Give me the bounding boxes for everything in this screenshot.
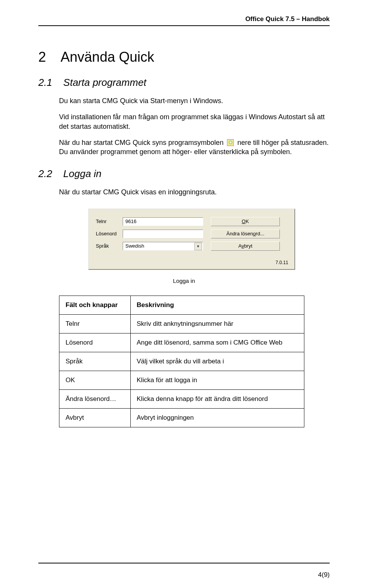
table-row: Telnr Skriv ditt anknytningsnummer här (59, 314, 304, 333)
table-cell: Klicka denna knapp för att ändra ditt lö… (130, 389, 304, 408)
paragraph: När du startar CMG Quick visas en inlogg… (59, 187, 330, 197)
table-cell: Klicka för att logga in (130, 371, 304, 389)
button-change-pre: Ändra lösen (226, 231, 253, 237)
section-2-1-heading: 2.1 Starta programmet (38, 77, 330, 89)
select-sprak[interactable]: Swedish (123, 242, 203, 250)
label-losenord: Lösenord (96, 231, 123, 237)
login-dialog: Telnr 9616 OK Lösenord Ändra lösenord...… (88, 209, 295, 270)
login-row-losenord: Lösenord Ändra lösenord... (96, 229, 289, 238)
button-ok-text: K (246, 218, 249, 224)
table-cell: Lösenord (59, 333, 131, 352)
login-row-sprak: Språk Swedish Avbryt (96, 241, 289, 251)
section-2-2-heading: 2.2 Logga in (38, 168, 330, 180)
table-cell: OK (59, 371, 131, 389)
button-cancel-post: bryt (244, 243, 253, 249)
section-title: Starta programmet (63, 77, 146, 88)
table-cell: Avbryt (59, 408, 131, 427)
paragraph-text: När du har startat CMG Quick syns progra… (59, 139, 225, 146)
login-row-telnr: Telnr 9616 OK (96, 217, 289, 226)
table-cell: Ange ditt lösenord, samma som i CMG Offi… (130, 333, 304, 352)
table-row: Språk Välj vilket språk du vill arbeta i (59, 352, 304, 371)
paragraph: När du har startat CMG Quick syns progra… (59, 138, 330, 157)
table-row: Avbryt Avbryt inloggningen (59, 408, 304, 427)
chapter-title: Använda Quick (61, 49, 154, 65)
button-ok[interactable]: OK (211, 217, 280, 226)
button-cancel-pre: A (238, 243, 242, 249)
table-cell: Ändra lösenord… (59, 389, 131, 408)
version-label: 7.0.11 (276, 260, 288, 265)
page: Office Quick 7.5 – Handbok 2 Använda Qui… (0, 0, 368, 588)
label-sprak: Språk (96, 243, 123, 249)
button-ok-underline: O (242, 218, 246, 224)
table-cell: Telnr (59, 314, 131, 333)
figure-caption: Logga in (38, 278, 330, 284)
table-row: Ändra lösenord… Klicka denna knapp för a… (59, 389, 304, 408)
table-header-row: Fält och knappar Beskrivning (59, 296, 304, 314)
paragraph: Vid installationen får man frågan om pro… (59, 112, 330, 131)
button-change-post: rd... (256, 231, 264, 237)
section-number: 2.2 (38, 168, 52, 179)
login-screenshot: Telnr 9616 OK Lösenord Ändra lösenord...… (88, 209, 330, 270)
chapter-heading: 2 Använda Quick (38, 49, 330, 65)
table-cell: Välj vilket språk du vill arbeta i (130, 352, 304, 371)
chapter-number: 2 (38, 49, 46, 65)
table-cell: Språk (59, 352, 131, 371)
header-title: Office Quick 7.5 – Handbok (38, 15, 330, 23)
input-telnr[interactable]: 9616 (123, 217, 203, 226)
label-telnr: Telnr (96, 218, 123, 224)
table-cell: Skriv ditt anknytningsnummer här (130, 314, 304, 333)
page-number: 4(9) (318, 571, 330, 579)
table-cell: Avbryt inloggningen (130, 408, 304, 427)
button-change-password[interactable]: Ändra lösenord... (211, 229, 280, 238)
footer-rule (38, 563, 330, 563)
fields-table: Fält och knappar Beskrivning Telnr Skriv… (59, 296, 304, 427)
header-rule (38, 25, 330, 26)
section-title: Logga in (63, 168, 102, 179)
button-cancel[interactable]: Avbryt (211, 241, 280, 251)
input-losenord[interactable] (123, 230, 203, 238)
tray-icon (227, 139, 234, 146)
table-header: Fält och knappar (59, 296, 131, 314)
table-header: Beskrivning (130, 296, 304, 314)
table-row: OK Klicka för att logga in (59, 371, 304, 389)
table-row: Lösenord Ange ditt lösenord, samma som i… (59, 333, 304, 352)
section-number: 2.1 (38, 77, 52, 88)
paragraph: Du kan starta CMG Quick via Start-menyn … (59, 96, 330, 105)
